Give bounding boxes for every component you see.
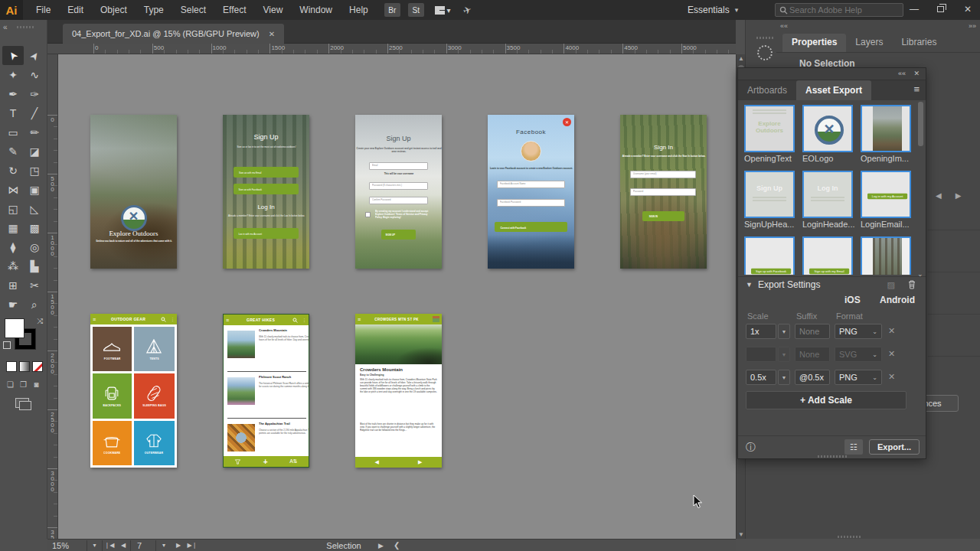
type-tool[interactable]: T (2, 103, 24, 122)
add-scale-button[interactable]: + Add Scale (746, 391, 906, 409)
help-search-input[interactable] (788, 5, 887, 15)
bridge-button[interactable]: Br (384, 3, 400, 17)
asset-item[interactable]: Log In LoginHeade... (802, 171, 856, 229)
artboard-signin[interactable]: Sign In Already a member? Enter your use… (620, 115, 707, 269)
prev-artboard-icon[interactable]: ◀ (116, 540, 130, 551)
suffix-input[interactable]: None (795, 347, 830, 362)
asset-scrollbar[interactable]: ⌄ (917, 102, 924, 273)
default-fill-stroke-icon[interactable] (3, 341, 11, 349)
tab-asset-export[interactable]: Asset Export (796, 80, 871, 100)
magic-wand-tool[interactable]: ✦ (2, 65, 24, 84)
panel-grip[interactable] (17, 26, 35, 28)
menu-help[interactable]: Help (341, 5, 377, 15)
gradient-button[interactable] (19, 361, 30, 372)
collapsed-panel-icon[interactable] (757, 45, 773, 60)
artboard-nav-arrows[interactable]: ◀▶ (936, 191, 975, 200)
remove-scale-icon[interactable]: ✕ (888, 372, 895, 382)
asset-item[interactable]: EOLogo (802, 105, 856, 163)
menu-file[interactable]: File (28, 5, 59, 15)
status-play-icon[interactable]: ▶ (378, 542, 384, 549)
artboard-dropdown-icon[interactable]: ▾ (156, 540, 172, 551)
panel-grip[interactable] (756, 37, 773, 39)
close-button[interactable]: ✕ (956, 0, 980, 18)
list-view-icon[interactable]: ☷ (844, 439, 863, 455)
asset-item[interactable]: Sign Up SignUpHea... (744, 171, 798, 229)
tab-properties[interactable]: Properties (782, 34, 846, 52)
remove-scale-icon[interactable]: ✕ (888, 349, 895, 359)
shape-builder-tool[interactable]: ◱ (2, 199, 24, 218)
lasso-tool[interactable]: ∿ (24, 65, 45, 84)
blend-tool[interactable]: ◎ (24, 237, 45, 256)
panel-grip[interactable] (838, 536, 861, 538)
rectangle-tool[interactable]: ▭ (2, 122, 24, 142)
scale-dropdown-icon[interactable]: ▼ (778, 370, 790, 385)
next-artboard-icon[interactable]: ▶ (172, 540, 185, 551)
mesh-tool[interactable]: ▦ (2, 218, 24, 237)
draw-inside-icon[interactable]: ◙ (31, 380, 42, 390)
symbol-sprayer-tool[interactable]: ⁂ (2, 256, 24, 276)
minimize-button[interactable]: — (902, 0, 926, 18)
remove-scale-icon[interactable]: ✕ (888, 326, 895, 336)
asset-item[interactable]: Log in with my Account LoginEmail... (861, 171, 914, 229)
scale-tool[interactable]: ◳ (24, 161, 45, 180)
suffix-input[interactable]: None (795, 324, 830, 339)
help-search-box[interactable] (775, 3, 903, 17)
artboard-tool[interactable]: ⊞ (2, 276, 24, 295)
scale-value[interactable] (746, 347, 776, 362)
slice-tool[interactable]: ✂ (24, 276, 45, 295)
export-settings-header[interactable]: ▼ Export Settings ▨ (738, 276, 926, 292)
menu-edit[interactable]: Edit (59, 5, 92, 15)
asset-item[interactable]: Sign up with my Email (802, 236, 856, 275)
width-tool[interactable]: ⋈ (2, 180, 24, 199)
curvature-tool[interactable]: ✑ (24, 84, 45, 103)
scale-dropdown-icon[interactable]: ▼ (778, 324, 790, 339)
direct-selection-tool[interactable]: ➤ (24, 46, 45, 65)
selection-tool[interactable]: ➤ (2, 46, 24, 65)
free-transform-tool[interactable]: ▣ (24, 180, 45, 199)
trash-icon[interactable] (907, 279, 916, 289)
eyedropper-tool[interactable]: ⧫ (2, 237, 24, 256)
color-button[interactable] (6, 361, 17, 372)
canvas[interactable]: Explore Outdoors Getting you back to nat… (58, 54, 736, 539)
info-icon[interactable]: ⓘ (746, 441, 756, 455)
zoom-level[interactable]: 15% (47, 540, 87, 551)
artboard-number[interactable]: 7 (130, 540, 156, 551)
menu-object[interactable]: Object (92, 5, 136, 15)
gradient-tool[interactable]: ▩ (24, 218, 45, 237)
screen-mode-button[interactable] (15, 398, 29, 408)
android-button[interactable]: Android (880, 295, 915, 305)
none-button[interactable] (32, 361, 43, 372)
tab-layers[interactable]: Layers (846, 34, 892, 52)
last-artboard-icon[interactable]: ▶❘ (185, 540, 199, 551)
suffix-input[interactable]: @0.5x (795, 370, 830, 385)
artboard-signup-choice[interactable]: Sign Up Sign up or log in to get the mos… (223, 115, 309, 269)
ios-button[interactable]: iOS (844, 295, 861, 305)
close-tab-icon[interactable]: ✕ (269, 30, 275, 38)
scroll-left-icon[interactable]: ❮ (394, 541, 400, 549)
swap-fill-stroke-icon[interactable]: ⤨ (37, 317, 43, 326)
shaper-tool[interactable]: ✎ (2, 142, 24, 161)
artboard-crowders-detail[interactable]: ≡ CROWDERS MTN ST PK Crowders Mountain E… (355, 314, 442, 468)
document-tab[interactable]: 04_Export_for_XD.ai @ 15% (RGB/GPU Previ… (63, 24, 284, 44)
artboard-signup-form[interactable]: Sign Up Create your new Explore Outdoors… (355, 115, 442, 269)
menu-window[interactable]: Window (291, 5, 341, 15)
share-icon[interactable]: ✈ (461, 3, 472, 17)
pen-tool[interactable]: ✒ (2, 84, 24, 103)
disclosure-triangle-icon[interactable]: ▼ (746, 281, 753, 289)
expand-dock-icon[interactable]: »» (969, 22, 976, 30)
export-button[interactable]: Export... (869, 439, 920, 455)
hand-tool[interactable]: ☛ (2, 295, 24, 314)
tab-artboards[interactable]: Artboards (738, 80, 796, 100)
draw-normal-icon[interactable]: ❏ (5, 380, 16, 390)
menu-effect[interactable]: Effect (214, 5, 254, 15)
paintbrush-tool[interactable]: ✏ (24, 122, 45, 142)
asset-item[interactable]: Explore Outdoors OpeningText (744, 105, 798, 163)
asset-item[interactable]: Sign up with Facebook (744, 236, 798, 275)
asset-item[interactable] (861, 236, 914, 275)
panel-resize-grip[interactable] (818, 455, 847, 458)
scale-value[interactable]: 1x (746, 324, 776, 339)
asset-item[interactable]: OpeningIm... (861, 105, 914, 163)
rotate-tool[interactable]: ↻ (2, 161, 24, 180)
format-select[interactable]: PNG⌄ (835, 324, 882, 339)
artboard-opening[interactable]: Explore Outdoors Getting you back to nat… (90, 115, 177, 269)
